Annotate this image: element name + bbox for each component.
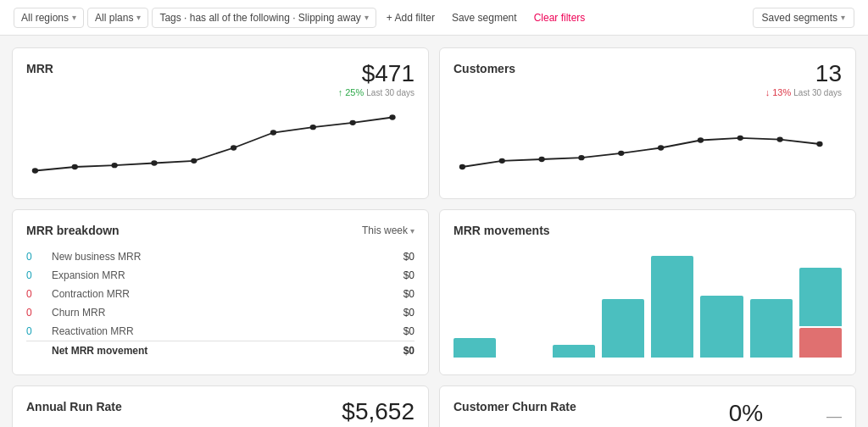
svg-point-0: [32, 168, 38, 173]
svg-point-5: [231, 145, 236, 150]
clear-filters-button[interactable]: Clear filters: [527, 8, 593, 27]
churn-card: Customer Churn Rate 0% March — From Febr…: [439, 385, 856, 427]
customers-change: ↓ 13% Last 30 days: [765, 87, 842, 97]
teal-bar: [651, 256, 693, 358]
breakdown-row: 0 Contraction MRR $0: [26, 285, 415, 303]
mrr-value-block: $471 ↑ 25% Last 30 days: [338, 62, 415, 97]
chevron-down-icon: ▾: [364, 13, 369, 22]
svg-point-9: [389, 114, 395, 119]
movements-title: MRR movements: [453, 224, 842, 237]
churn-value: 0%: [729, 400, 763, 427]
breakdown-row: MRR breakdown This week ▾ 0 New business…: [12, 209, 856, 375]
svg-point-12: [538, 157, 544, 162]
breakdown-title: MRR breakdown: [26, 224, 120, 237]
mrr-movements-card: MRR movements: [439, 209, 856, 375]
mrr-card: MRR $471 ↑ 25% Last 30 days: [12, 47, 429, 199]
bar-group: [453, 256, 496, 358]
chevron-down-icon: ▾: [72, 13, 76, 22]
customers-title: Customers: [453, 62, 515, 75]
svg-point-3: [151, 160, 157, 165]
svg-point-1: [72, 164, 78, 169]
red-bar: [799, 328, 842, 358]
add-filter-button[interactable]: + Add filter: [380, 8, 442, 27]
mrr-line-chart: [26, 106, 415, 185]
metrics-row: MRR $471 ↑ 25% Last 30 days: [12, 47, 856, 199]
svg-point-18: [776, 136, 782, 141]
breakdown-period-selector[interactable]: This week ▾: [362, 225, 415, 236]
teal-bar: [553, 345, 595, 358]
bottom-row: Annual Run Rate $5,652 ↑ 25% Last 30 day…: [12, 385, 856, 427]
mrr-breakdown-card: MRR breakdown This week ▾ 0 New business…: [12, 209, 429, 375]
svg-point-19: [816, 141, 822, 147]
bar-group: [503, 256, 545, 358]
svg-point-13: [578, 155, 584, 160]
filter-tags[interactable]: Tags · has all of the following · Slippi…: [152, 8, 376, 28]
mrr-title: MRR: [26, 62, 53, 75]
bar-group: [553, 256, 595, 358]
saved-segments-button[interactable]: Saved segments ▾: [753, 8, 854, 28]
svg-point-11: [499, 158, 505, 164]
breakdown-row: 0 Reactivation MRR $0: [26, 322, 415, 341]
customers-line-chart: [453, 106, 842, 185]
main-content: MRR $471 ↑ 25% Last 30 days: [0, 36, 868, 427]
arr-card: Annual Run Rate $5,652 ↑ 25% Last 30 day…: [12, 385, 429, 427]
save-segment-button[interactable]: Save segment: [445, 8, 524, 27]
teal-bar: [799, 268, 842, 326]
svg-point-15: [658, 145, 664, 150]
svg-point-10: [459, 164, 465, 169]
teal-bar: [602, 299, 644, 358]
teal-bar: [750, 299, 793, 358]
bar-group: [750, 256, 793, 358]
arr-value-block: $5,652 ↑ 25% Last 30 days: [338, 400, 415, 427]
churn-value-block: 0% March — From February: [729, 400, 842, 427]
net-mrr-row: Net MRR movement $0: [26, 341, 415, 361]
svg-point-17: [737, 136, 743, 141]
svg-point-16: [698, 137, 704, 142]
breakdown-row: 0 Expansion MRR $0: [26, 266, 415, 285]
customers-value: 13: [765, 62, 842, 86]
svg-point-14: [618, 151, 624, 156]
movements-bar-chart: [453, 251, 842, 361]
churn-title: Customer Churn Rate: [453, 400, 576, 413]
breakdown-table: 0 New business MRR $0 0 Expansion MRR $0…: [26, 247, 415, 360]
chevron-down-icon: ▾: [410, 226, 415, 236]
mrr-value: $471: [338, 62, 415, 86]
teal-bar: [700, 296, 743, 358]
mrr-change: ↑ 25% Last 30 days: [338, 87, 415, 97]
net-mrr-amount: $0: [376, 341, 415, 361]
bar-group: [651, 256, 693, 358]
arr-title: Annual Run Rate: [26, 400, 122, 413]
chevron-down-icon: ▾: [841, 13, 845, 22]
bar-group: [602, 256, 644, 358]
arr-value: $5,652: [338, 400, 415, 424]
customers-value-block: 13 ↓ 13% Last 30 days: [765, 62, 842, 97]
breakdown-row: 0 Churn MRR $0: [26, 303, 415, 322]
teal-bar: [453, 338, 496, 358]
bar-group: [799, 256, 842, 358]
filter-plans[interactable]: All plans ▾: [87, 8, 148, 28]
breakdown-row: 0 New business MRR $0: [26, 247, 415, 266]
net-mrr-label: Net MRR movement: [52, 341, 376, 361]
filter-regions[interactable]: All regions ▾: [14, 8, 84, 28]
svg-point-8: [349, 120, 355, 125]
svg-point-2: [111, 163, 117, 168]
svg-point-6: [270, 130, 276, 135]
bar-group: [700, 256, 743, 358]
top-nav: All regions ▾ All plans ▾ Tags · has all…: [0, 0, 868, 36]
chevron-down-icon: ▾: [136, 13, 141, 22]
svg-point-4: [191, 158, 197, 164]
svg-point-7: [310, 125, 316, 130]
customers-card: Customers 13 ↓ 13% Last 30 days: [439, 47, 856, 199]
